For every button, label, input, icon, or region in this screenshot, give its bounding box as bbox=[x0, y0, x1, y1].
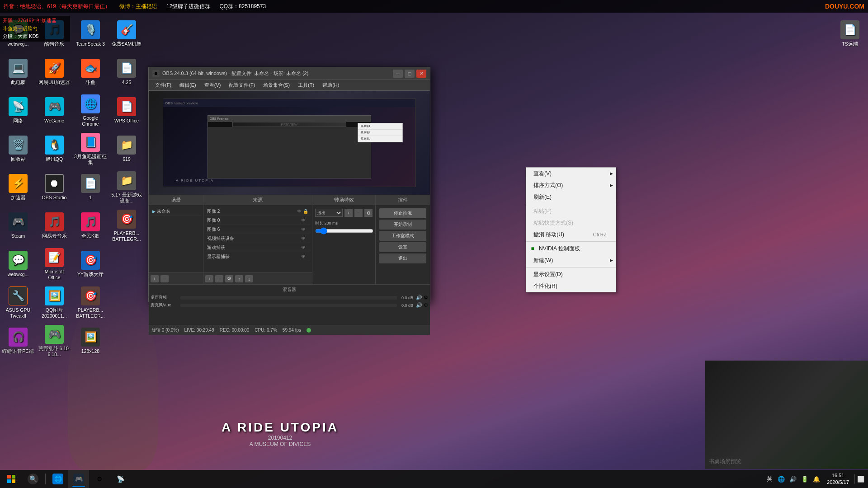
taskbar-settings-btn[interactable]: ⚙ bbox=[89, 470, 110, 488]
source-down-btn[interactable]: ↓ bbox=[245, 275, 253, 282]
obs-stop-stream-btn[interactable]: 停止推流 bbox=[379, 208, 426, 218]
obs-minimize-btn[interactable]: ─ bbox=[393, 70, 403, 78]
obs-settings-btn[interactable]: 设置 bbox=[379, 242, 426, 252]
icon-webwxg2[interactable]: 💬 webwxg... bbox=[0, 245, 36, 283]
source-remove-btn[interactable]: − bbox=[215, 275, 223, 282]
mixer-mic-mute-icon[interactable]: 🔊 bbox=[416, 302, 422, 308]
yewu-icon: 🎮 bbox=[45, 325, 64, 344]
icon-qq-net[interactable]: 📡 网络 bbox=[0, 91, 36, 130]
obs-titlebar[interactable]: ⏺ OBS 24.0.3 (64-bit, windows) - 配置文件: 未… bbox=[149, 67, 430, 80]
taskbar-search[interactable]: 🔍 bbox=[23, 470, 43, 488]
source-up-btn[interactable]: ↑ bbox=[235, 275, 243, 282]
icon-yygame[interactable]: 🎯 YY游戏大厅 bbox=[72, 245, 108, 283]
icon-teamspeak[interactable]: 🎙️ TeamSpeak 3 bbox=[72, 14, 108, 53]
obs-start-record-btn[interactable]: 开始录制 bbox=[379, 220, 426, 230]
tray-volume-icon[interactable]: 🔊 bbox=[788, 474, 798, 484]
icon-chrome[interactable]: 🌐 Google Chrome bbox=[72, 91, 108, 130]
source-img0[interactable]: 图像 0 👁 bbox=[205, 216, 310, 225]
icon-yygame-label: YY游戏大厅 bbox=[77, 272, 104, 277]
ctx-paste[interactable]: 粘贴(P) bbox=[526, 205, 616, 217]
source-props-btn[interactable]: ⚙ bbox=[225, 275, 233, 282]
icon-douyu[interactable]: 🐟 斗鱼 bbox=[72, 53, 108, 91]
icon-xinshebei[interactable]: 📁 5.17 最新游戏设备... bbox=[108, 168, 145, 206]
transition-add-btn[interactable]: + bbox=[344, 209, 353, 217]
obs-menu-edit[interactable]: 编辑(E) bbox=[176, 81, 200, 89]
icon-obs[interactable]: ⏺ OBS Studio bbox=[36, 168, 72, 206]
obs-studio-mode-btn[interactable]: 工作室模式 bbox=[379, 231, 426, 241]
obs-scene-body[interactable]: ▶ 未命名 bbox=[149, 205, 203, 272]
ctx-sort[interactable]: 排序方式(O) ▶ bbox=[526, 179, 616, 191]
scene-remove-btn[interactable]: − bbox=[160, 275, 169, 282]
icon-619[interactable]: 📁 619 bbox=[108, 130, 145, 168]
icon-msoffice[interactable]: 📝 Microsoft Office bbox=[36, 245, 72, 283]
icon-ts-far[interactable]: 📄 TS远端 bbox=[832, 14, 868, 53]
icon-num1[interactable]: 📄 1 bbox=[72, 168, 108, 206]
icon-yewu-label: 荒野乱斗 6.10-6.18... bbox=[38, 346, 71, 357]
transition-remove-btn[interactable]: − bbox=[354, 209, 363, 217]
start-button[interactable] bbox=[0, 470, 23, 488]
ctx-refresh[interactable]: 刷新(E) bbox=[526, 191, 616, 203]
ctx-personalize[interactable]: 个性化(R) bbox=[526, 280, 616, 292]
source-img2[interactable]: 图像 2 👁 🔒 bbox=[205, 207, 310, 216]
icon-quanmink[interactable]: 🎵 全民K歌 bbox=[72, 206, 108, 245]
obs-menu-scene-collection[interactable]: 场景集合(S) bbox=[259, 81, 293, 89]
icon-shuear[interactable]: 🎧 蜉蝣语音PC端 bbox=[0, 322, 36, 360]
tray-network-icon[interactable]: 🌐 bbox=[776, 474, 786, 484]
tray-show-desktop-btn[interactable]: ⬜ bbox=[854, 474, 864, 484]
taskbar-network-btn[interactable]: 📡 bbox=[110, 470, 131, 488]
obs-menu-profile[interactable]: 配置文件(F) bbox=[225, 81, 259, 89]
source-game-capture[interactable]: 游戏捕获 👁 bbox=[205, 243, 310, 252]
ctx-paste-shortcut[interactable]: 粘贴快捷方式(S) bbox=[526, 217, 616, 229]
tray-input-method[interactable]: 英 bbox=[764, 474, 774, 484]
ctx-view[interactable]: 查看(V) ▶ bbox=[526, 168, 616, 179]
obs-close-btn[interactable]: ✕ bbox=[416, 70, 426, 78]
icon-wegame[interactable]: 🎮 WeGame bbox=[36, 91, 72, 130]
icon-mianfee[interactable]: 🎸 免费SAM机架 bbox=[108, 14, 145, 53]
ctx-undo[interactable]: 撤消 移动(U) Ctrl+Z bbox=[526, 229, 616, 240]
icon-netease-music[interactable]: 🎵 网易云音乐 bbox=[36, 206, 72, 245]
mixer-mic-gear-icon[interactable]: ⚙ bbox=[424, 302, 428, 308]
obs-maximize-btn[interactable]: □ bbox=[405, 70, 415, 78]
mixer-desktop-gear-icon[interactable]: ⚙ bbox=[424, 295, 428, 300]
system-clock[interactable]: 16:51 2020/5/17 bbox=[823, 472, 853, 486]
taskbar-edge-btn[interactable]: 🌐 bbox=[47, 470, 68, 488]
icon-qq3[interactable]: 🖼️ QQ图片 20200011... bbox=[36, 283, 72, 322]
icon-jiasu-label: 加速器 bbox=[11, 195, 26, 201]
icon-battle2[interactable]: 🎯 PLAYERB... BATTLEGR... bbox=[108, 206, 145, 245]
source-img6[interactable]: 图像 6 👁 bbox=[205, 225, 310, 234]
ctx-display[interactable]: 显示设置(D) bbox=[526, 268, 616, 280]
icon-wps[interactable]: 📄 WPS Office bbox=[108, 91, 145, 130]
obs-menu-tools[interactable]: 工具(T) bbox=[294, 81, 318, 89]
taskbar-steam-btn[interactable]: 🎮 bbox=[68, 470, 89, 488]
obs-menu-file[interactable]: 文件(F) bbox=[151, 81, 175, 89]
scene-add-btn[interactable]: + bbox=[151, 275, 159, 282]
icon-asusGPU[interactable]: 🔧 ASUS GPU Tweakll bbox=[0, 283, 36, 322]
transition-select[interactable]: 淡出 bbox=[315, 209, 343, 217]
obs-menu-help[interactable]: 帮助(H) bbox=[319, 81, 343, 89]
icon-yewu[interactable]: 🎮 荒野乱斗 6.10-6.18... bbox=[36, 322, 72, 360]
icon-128x128[interactable]: 🖼️ 128x128 bbox=[72, 322, 108, 360]
scene-item-default[interactable]: ▶ 未命名 bbox=[151, 207, 201, 216]
icon-tencentqq[interactable]: 🐧 腾讯QQ bbox=[36, 130, 72, 168]
tray-notification-icon[interactable]: 🔔 bbox=[811, 474, 821, 484]
icon-steam[interactable]: 🎮 Steam bbox=[0, 206, 36, 245]
mixer-desktop-mute-icon[interactable]: 🔊 bbox=[416, 295, 422, 300]
ctx-new[interactable]: 新建(W) ▶ bbox=[526, 254, 616, 266]
transition-settings-btn[interactable]: ⚙ bbox=[364, 209, 373, 217]
icon-recycle[interactable]: 🗑️ 回收站 bbox=[0, 130, 36, 168]
transition-duration-slider[interactable] bbox=[315, 228, 373, 234]
icon-mycomputer[interactable]: 💻 此电脑 bbox=[0, 53, 36, 91]
source-add-btn[interactable]: + bbox=[205, 275, 213, 282]
icon-comic[interactable]: 📘 3月鱼吧漫画征集 bbox=[72, 130, 108, 168]
source-video-capture[interactable]: 视频捕获设备 👁 bbox=[205, 234, 310, 243]
icon-netease-uu[interactable]: 🚀 网易UU加速器 bbox=[36, 53, 72, 91]
icon-battle1[interactable]: 🎯 PLAYERB... BATTLEGR... bbox=[72, 283, 108, 322]
obs-menu-view[interactable]: 查看(V) bbox=[201, 81, 225, 89]
obs-exit-btn[interactable]: 退出 bbox=[379, 253, 426, 263]
tray-battery-icon[interactable]: 🔋 bbox=[800, 474, 810, 484]
kd-line1: 开黑：27619神补加速器 bbox=[3, 17, 67, 25]
ctx-nvidia[interactable]: ■ NVIDIA 控制面板 bbox=[526, 243, 616, 254]
source-display-capture[interactable]: 显示器捕获 👁 bbox=[205, 252, 310, 261]
icon-num425[interactable]: 📄 4.25 bbox=[108, 53, 145, 91]
icon-jiasu[interactable]: ⚡ 加速器 bbox=[0, 168, 36, 206]
